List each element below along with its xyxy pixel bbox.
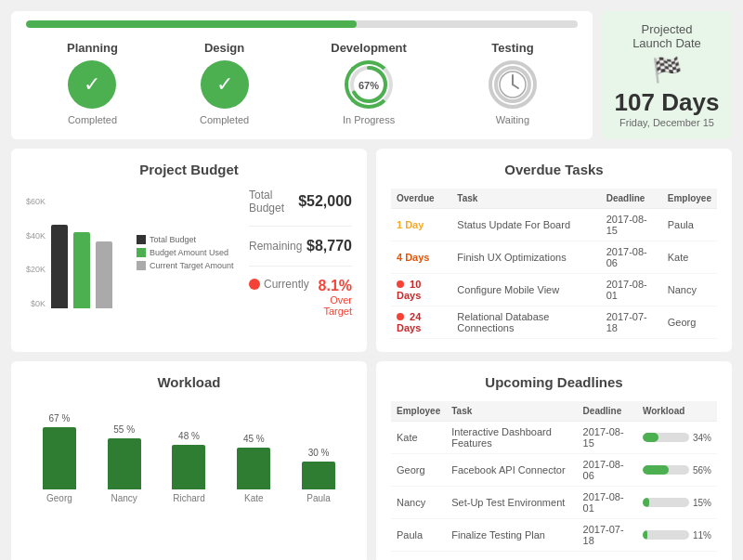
budget-content: $60K $40K $20K $0K To [26, 189, 352, 317]
upcoming-title: Upcoming Deadlines [391, 374, 717, 390]
upcoming-row: Georg Facebook API Connector 2017-08-06 … [391, 454, 717, 487]
workload-label: Georg [46, 493, 72, 503]
pill-fill [643, 465, 669, 475]
workload-col: 55 % Nancy [100, 424, 149, 503]
launch-title: ProjectedLaunch Date [632, 22, 701, 50]
dashboard: Planning ✓ Completed Design ✓ Completed … [0, 0, 743, 560]
overdue-col-task: Task [451, 189, 600, 209]
budget-legend: Total Budget Budget Amount Used Current … [137, 235, 240, 270]
workload-col: 48 % Richard [165, 431, 214, 503]
budget-divider-2 [249, 266, 352, 267]
stage-planning-icon: ✓ [68, 60, 116, 109]
upcoming-table: Employee Task Deadline Workload Kate Int… [391, 401, 717, 552]
stat-row-total: Total Budget $52,000 [249, 189, 352, 215]
upcoming-employee-cell: Kate [391, 422, 446, 454]
workload-col: 45 % Kate [229, 434, 278, 503]
stage-design-icon: ✓ [201, 60, 249, 109]
overall-progress-bar [26, 20, 578, 28]
overdue-task-cell: Status Update For Board [451, 209, 600, 241]
workload-label: Richard [173, 493, 204, 503]
stage-development: Development 67% In Progress [331, 41, 407, 125]
upcoming-task-cell: Finalize Testing Plan [446, 519, 577, 552]
upcoming-row: Kate Interactive Dashboard Features 2017… [391, 422, 717, 454]
stage-testing-name: Testing [491, 41, 533, 55]
overdue-col-deadline: Deadline [601, 189, 662, 209]
overdue-row: 10 Days Configure Mobile View 2017-08-01… [391, 274, 717, 306]
workload-pill: 34% [643, 433, 711, 443]
overdue-days-cell: 1 Day [391, 209, 451, 241]
stage-development-icon: 67% [345, 60, 393, 109]
upcoming-deadline-cell: 2017-07-18 [578, 519, 637, 552]
upcoming-deadline-cell: 2017-08-15 [578, 422, 637, 454]
pill-pct: 56% [693, 465, 711, 475]
overdue-deadline-cell: 2017-07-18 [601, 306, 662, 339]
launch-icon: 🏁 [652, 56, 682, 85]
workload-pill: 56% [643, 465, 711, 475]
workload-pct: 48 % [178, 431, 200, 441]
overdue-days-cell: 10 Days [391, 274, 451, 306]
overdue-days: 1 Day [397, 219, 424, 230]
legend-dot-total [137, 235, 146, 244]
overdue-deadline-cell: 2017-08-15 [601, 209, 662, 241]
upcoming-employee-cell: Nancy [391, 487, 446, 519]
overdue-col-employee: Employee [662, 189, 717, 209]
overdue-employee-cell: Kate [662, 241, 717, 274]
svg-line-6 [513, 85, 518, 88]
legend-dot-target [137, 261, 146, 270]
overdue-days: 4 Days [397, 252, 429, 263]
overdue-employee-cell: Georg [662, 306, 717, 339]
upcoming-employee-cell: Paula [391, 519, 446, 552]
pill-bar [643, 433, 689, 442]
workload-bar [108, 438, 141, 489]
budget-chart [51, 197, 112, 308]
upcoming-col-task: Task [446, 401, 577, 422]
overdue-header-row: Overdue Task Deadline Employee [391, 189, 717, 209]
workload-card: Workload 67 % Georg 55 % Nancy 48 % Rich… [11, 361, 367, 560]
total-budget-label: Total Budget [249, 189, 298, 215]
upcoming-row: Nancy Set-Up Test Environment 2017-08-01… [391, 487, 717, 519]
stage-design: Design ✓ Completed [200, 41, 249, 125]
workload-title: Workload [26, 374, 352, 390]
workload-bar [172, 445, 205, 489]
bar-target [96, 241, 112, 308]
upcoming-card: Upcoming Deadlines Employee Task Deadlin… [376, 361, 732, 560]
stage-design-name: Design [204, 41, 244, 55]
remaining-label: Remaining [249, 240, 302, 253]
stages-card: Planning ✓ Completed Design ✓ Completed … [11, 11, 593, 139]
stage-development-name: Development [331, 41, 407, 55]
currently-value: 8.1% [315, 278, 352, 294]
axis-20k: $20K [26, 265, 46, 274]
stat-row-remaining: Remaining $8,770 [249, 238, 352, 254]
pill-pct: 15% [693, 498, 711, 508]
upcoming-task-cell: Facebook API Connector [446, 454, 577, 487]
top-row: Planning ✓ Completed Design ✓ Completed … [11, 11, 732, 139]
workload-label: Nancy [111, 493, 137, 503]
progress-bar-fill [26, 20, 357, 28]
remaining-value: $8,770 [306, 238, 352, 254]
upcoming-workload-cell: 56% [637, 454, 717, 487]
workload-chart: 67 % Georg 55 % Nancy 48 % Richard 45 % … [26, 401, 352, 503]
overdue-row: 24 Days Relational Database Connections … [391, 306, 717, 339]
currently-label: Currently [264, 278, 309, 291]
legend-label-total: Total Budget [150, 235, 196, 244]
stage-development-status: In Progress [343, 114, 395, 125]
overdue-task-cell: Configure Mobile View [451, 274, 600, 306]
overdue-task-cell: Relational Database Connections [451, 306, 600, 339]
legend-label-target: Current Target Amount [150, 261, 233, 270]
workload-bar [43, 427, 76, 489]
legend-used: Budget Amount Used [137, 248, 240, 257]
bar-used [73, 232, 90, 308]
budget-stats: Total Budget $52,000 Remaining $8,770 Cu… [249, 189, 352, 317]
upcoming-col-workload: Workload [637, 401, 717, 422]
budget-card: Project Budget $60K $40K $20K $0K [11, 149, 367, 352]
over-label: Over Target [315, 294, 352, 317]
overdue-col-overdue: Overdue [391, 189, 451, 209]
upcoming-deadline-cell: 2017-08-01 [578, 487, 637, 519]
budget-axis: $60K $40K $20K $0K [26, 197, 46, 308]
bar-total-budget [51, 225, 68, 308]
overdue-employee-cell: Paula [662, 209, 717, 241]
pill-bar [643, 498, 689, 507]
overdue-title: Overdue Tasks [391, 162, 717, 177]
pill-bar [643, 465, 689, 475]
overdue-dot [397, 313, 404, 320]
